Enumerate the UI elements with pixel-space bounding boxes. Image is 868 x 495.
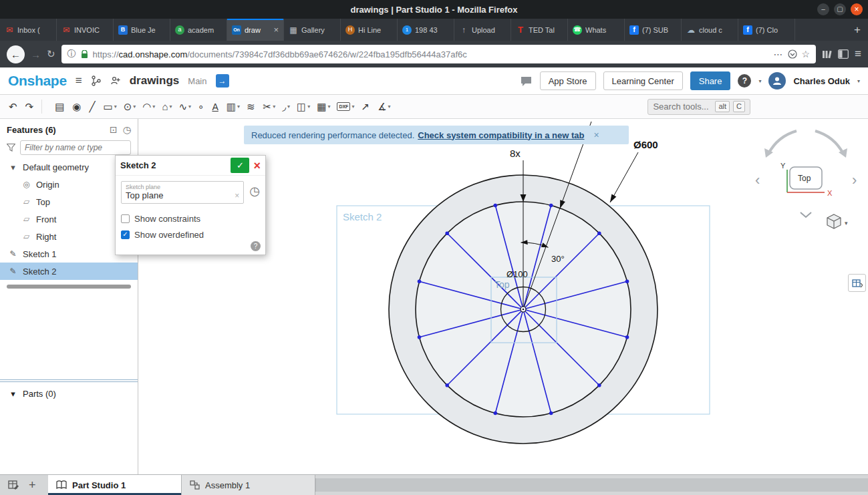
notification-close-icon[interactable]: × bbox=[594, 130, 599, 140]
feature-item[interactable]: Sketch 2 bbox=[0, 263, 138, 280]
history-icon[interactable]: ◷ bbox=[123, 124, 131, 135]
mirror-tool[interactable]: ◫ ▾ bbox=[293, 100, 313, 114]
outer-diameter-dimension[interactable]: Ø600 bbox=[633, 139, 658, 150]
help-icon[interactable]: ? bbox=[738, 74, 751, 88]
maximize-button[interactable]: ▢ bbox=[834, 3, 846, 15]
point-tool[interactable]: ∘ bbox=[194, 100, 208, 114]
view-options-cube-icon[interactable] bbox=[827, 214, 841, 228]
comments-icon[interactable] bbox=[520, 75, 533, 87]
view-cube[interactable]: ‹ › Top Y X ▾ bbox=[748, 123, 865, 239]
angle-dimension[interactable]: 30° bbox=[551, 254, 565, 264]
site-info-icon[interactable]: ⓘ bbox=[67, 48, 76, 60]
sidebar-toggle-icon[interactable] bbox=[838, 49, 849, 59]
share-button[interactable]: Share bbox=[690, 71, 731, 90]
page-actions-icon[interactable]: ⋯ bbox=[774, 49, 783, 59]
app-store-button[interactable]: App Store bbox=[540, 71, 596, 90]
final-state-toggle-icon[interactable]: ◷ bbox=[249, 185, 260, 197]
dialog-help-icon[interactable]: ? bbox=[251, 241, 261, 251]
browser-tab[interactable]: cloud c bbox=[682, 19, 738, 41]
browser-tab[interactable]: (7) Clo bbox=[738, 19, 795, 41]
paste-sketch-tool[interactable]: ▤ bbox=[51, 100, 69, 114]
chevron-down-icon[interactable]: ▾ bbox=[287, 104, 290, 110]
tab-part-studio[interactable]: Part Studio 1 bbox=[48, 475, 182, 495]
chevron-down-icon[interactable]: ▾ bbox=[388, 104, 390, 110]
redo-tool[interactable]: ↷ bbox=[22, 100, 43, 114]
add-tab-button[interactable]: + bbox=[29, 478, 36, 492]
sketch-plane-field[interactable]: Sketch plane Top plane × bbox=[121, 181, 244, 204]
chevron-down-icon[interactable]: ▾ bbox=[273, 104, 275, 110]
checkbox-row[interactable]: Show constraints bbox=[121, 210, 260, 226]
inner-diameter-dimension[interactable]: Ø100 bbox=[507, 269, 528, 279]
search-tools-input[interactable] bbox=[653, 102, 712, 112]
browser-tab[interactable]: academ bbox=[170, 19, 227, 41]
spline-tool[interactable]: ∿ ▾ bbox=[175, 100, 194, 114]
accept-button[interactable]: ✓ bbox=[231, 158, 249, 173]
sketch-label[interactable]: Sketch 2 bbox=[343, 211, 382, 222]
import-dxf-tool[interactable]: DXF ▾ bbox=[333, 100, 357, 113]
browser-tab[interactable]: Upload bbox=[454, 19, 511, 41]
browser-tab[interactable]: Blue Je bbox=[114, 19, 170, 41]
chevron-down-icon[interactable]: ▾ bbox=[169, 104, 172, 110]
panel-toggle-button[interactable] bbox=[848, 274, 866, 292]
rotate-right-chevron[interactable]: › bbox=[852, 172, 857, 188]
learning-center-button[interactable]: Learning Center bbox=[603, 71, 683, 90]
chevron-down-icon[interactable]: ▾ bbox=[8, 389, 18, 399]
chevron-down-icon[interactable]: ▾ bbox=[133, 104, 136, 110]
browser-tab[interactable]: (7) SUB bbox=[625, 19, 682, 41]
checkbox[interactable] bbox=[121, 230, 130, 239]
fillet-tool[interactable]: ◞ ▾ bbox=[279, 100, 293, 114]
pocket-icon[interactable] bbox=[788, 49, 797, 59]
document-shared-icon[interactable]: → bbox=[216, 74, 229, 88]
undo-tool[interactable]: ↶ bbox=[5, 100, 22, 114]
tab-close-icon[interactable]: × bbox=[273, 25, 279, 35]
onshape-logo[interactable]: Onshape bbox=[8, 73, 67, 89]
filter-icon[interactable] bbox=[7, 144, 15, 152]
sketch-region-tool[interactable]: ◉ bbox=[69, 100, 86, 114]
sketch-plane-value[interactable]: Top plane bbox=[126, 190, 235, 200]
feature-filter-input[interactable] bbox=[20, 140, 131, 155]
library-icon[interactable] bbox=[822, 49, 832, 59]
offset-tool[interactable]: ≋ bbox=[243, 100, 260, 114]
rollback-bar[interactable] bbox=[7, 285, 131, 289]
clear-selection-icon[interactable]: × bbox=[235, 191, 239, 200]
browser-tab[interactable]: Inbox ( bbox=[0, 19, 57, 41]
pattern-tool[interactable]: ▦ ▾ bbox=[313, 100, 333, 114]
rotate-right-arrow[interactable] bbox=[815, 131, 843, 154]
cancel-button[interactable]: × bbox=[253, 160, 261, 172]
rotate-left-chevron[interactable]: ‹ bbox=[755, 172, 760, 188]
chevron-down-icon[interactable]: ▾ bbox=[237, 104, 240, 110]
polygon-tool[interactable]: ⌂ ▾ bbox=[158, 100, 175, 114]
browser-tab[interactable]: TED Tal bbox=[511, 19, 568, 41]
checkbox[interactable] bbox=[121, 214, 130, 223]
rectangle-tool[interactable]: ▭ ▾ bbox=[100, 100, 120, 114]
manage-tabs-icon[interactable] bbox=[8, 480, 19, 490]
line-tool[interactable]: ╱ bbox=[86, 100, 100, 114]
browser-tab[interactable]: draw × bbox=[227, 19, 284, 41]
new-tab-button[interactable]: + bbox=[847, 23, 868, 37]
minimize-button[interactable]: – bbox=[817, 3, 829, 15]
tab-scrollbar[interactable] bbox=[315, 478, 868, 492]
rotate-left-arrow[interactable] bbox=[768, 131, 797, 154]
hamburger-menu-icon[interactable]: ≡ bbox=[855, 47, 861, 61]
count-dimension[interactable]: 8x bbox=[510, 148, 521, 159]
workspace-label[interactable]: Main bbox=[188, 76, 206, 86]
close-button[interactable]: × bbox=[851, 3, 863, 15]
follow-mode-icon[interactable] bbox=[110, 75, 121, 86]
back-button[interactable]: ← bbox=[7, 45, 25, 63]
browser-tab[interactable]: Gallery bbox=[284, 19, 341, 41]
circle-tool[interactable]: ⊙ ▾ bbox=[120, 100, 140, 114]
browser-tab[interactable]: 198 43 bbox=[398, 19, 454, 41]
view-cube-face-label[interactable]: Top bbox=[798, 174, 811, 183]
document-menu-icon[interactable]: ≡ bbox=[76, 74, 82, 88]
chevron-down-icon[interactable]: ▾ bbox=[152, 104, 155, 110]
slot-tool[interactable]: ▥ ▾ bbox=[223, 100, 243, 114]
browser-tab[interactable]: INVOIC bbox=[57, 19, 114, 41]
chevron-down-icon[interactable]: ▾ bbox=[351, 104, 354, 110]
versions-history-icon[interactable] bbox=[91, 75, 102, 86]
checkbox-row[interactable]: Show overdefined bbox=[121, 226, 260, 242]
rotate-down-chevron[interactable] bbox=[801, 212, 811, 217]
chevron-down-icon[interactable]: ▾ bbox=[327, 104, 330, 110]
arc-tool[interactable]: ◠ ▾ bbox=[139, 100, 158, 114]
url-bar[interactable]: ⓘ https://cad.onshape.com/documents/7398… bbox=[61, 45, 817, 63]
text-tool[interactable]: A bbox=[208, 100, 223, 114]
